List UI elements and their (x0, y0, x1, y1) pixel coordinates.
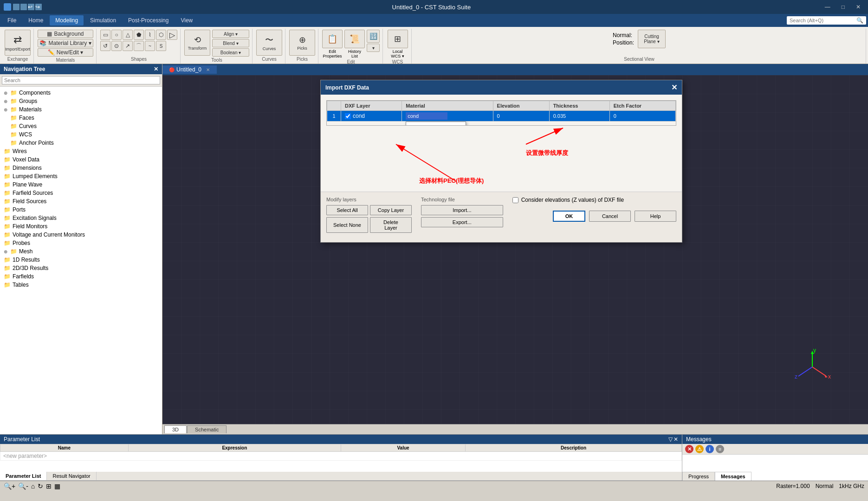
nav-item-voxel[interactable]: 📁 Voxel Data (0, 155, 162, 164)
msg-warning-icon[interactable]: ⚠ (695, 445, 704, 453)
nav-item-mesh[interactable]: ⊕ 📁 Mesh (0, 247, 162, 256)
search-input[interactable] (790, 18, 855, 23)
shape-btn-11[interactable]: ⌒ (134, 41, 144, 51)
export-button[interactable]: Export... (421, 217, 503, 227)
boolean-button[interactable]: Boolean ▾ (212, 48, 249, 57)
tab-3d[interactable]: 3D (164, 425, 187, 433)
nav-item-ports[interactable]: 📁 Ports (0, 206, 162, 214)
search-box[interactable]: 🔍 (787, 16, 866, 25)
nav-item-farfields[interactable]: 📁 Farfields (0, 272, 162, 281)
transform-button[interactable]: ⟲ Transform (184, 30, 210, 56)
save-icon[interactable] (13, 4, 19, 10)
material-dropdown-menu[interactable]: [New Material...] [Load from Mater PEC V… (406, 122, 466, 126)
shape-btn-8[interactable]: ↺ (100, 41, 110, 51)
picks-button[interactable]: ⊕ Picks (289, 30, 315, 56)
nav-item-field-sources[interactable]: 📁 Field Sources (0, 197, 162, 206)
select-all-button[interactable]: Select All (326, 205, 368, 215)
tab-parameter-list[interactable]: Parameter List (0, 472, 47, 480)
msg-info-icon[interactable]: i (706, 445, 714, 453)
align-button[interactable]: Align ▾ (212, 30, 249, 38)
shape-btn-6[interactable]: ⬡ (156, 30, 166, 40)
material-library-button[interactable]: 📚 Material Library ▾ (38, 39, 93, 47)
redo-icon[interactable]: ↪ (35, 4, 42, 10)
background-button[interactable]: ▦ Background (38, 30, 93, 38)
blend-button[interactable]: Blend ▾ (212, 39, 249, 47)
shape-btn-1[interactable]: ▭ (100, 30, 110, 40)
new-param-row[interactable]: <new parameter> (0, 452, 682, 461)
shape-btn-12[interactable]: ~ (145, 41, 155, 51)
row-checkbox-1[interactable] (345, 113, 351, 119)
shape-btn-13[interactable]: S (156, 41, 166, 51)
msg-list-icon[interactable]: ≡ (716, 445, 724, 453)
shape-btn-3[interactable]: △ (123, 30, 133, 40)
import-button[interactable]: Import... (421, 205, 503, 215)
nav-item-dimensions[interactable]: 📁 Dimensions (0, 164, 162, 172)
undo-icon[interactable]: ↩ (28, 4, 34, 10)
delete-layer-button[interactable]: Delete Layer (370, 217, 412, 233)
table-row[interactable]: 1 cond (327, 111, 676, 122)
nav-search-input[interactable] (2, 76, 160, 84)
edit-extra-button[interactable]: ▾ (367, 44, 380, 52)
shape-btn-9[interactable]: ⊙ (111, 41, 122, 51)
nav-item-wcs[interactable]: 📁 WCS (0, 130, 162, 139)
zoom-out-icon[interactable]: 🔍- (18, 482, 28, 490)
grid-icon[interactable]: ▦ (54, 482, 60, 490)
nav-item-anchor-points[interactable]: 📁 Anchor Points (0, 139, 162, 147)
curves-button[interactable]: 〜 Curves (256, 30, 282, 56)
maximize-button[interactable]: □ (838, 4, 849, 10)
nav-item-groups[interactable]: ⊕ 📁 Groups (0, 97, 162, 105)
nav-item-voltage-current[interactable]: 📁 Voltage and Current Monitors (0, 231, 162, 239)
home-icon[interactable]: ⌂ (31, 482, 35, 490)
consider-elevations-checkbox[interactable] (512, 197, 518, 203)
menu-home[interactable]: Home (23, 15, 49, 26)
menu-view[interactable]: View (175, 15, 198, 26)
param-close-button[interactable]: ✕ (674, 436, 678, 443)
edit-properties-button[interactable]: 📋 (322, 30, 343, 48)
calc-button[interactable]: 🔢 (367, 30, 380, 43)
nav-item-components[interactable]: ⊕ 📁 Components (0, 89, 162, 97)
viewport-tab-untitled[interactable]: 🔴 Untitled_0 ✕ (162, 65, 217, 74)
nav-item-curves[interactable]: 📁 Curves (0, 122, 162, 130)
tab-schematic[interactable]: Schematic (187, 425, 227, 433)
nav-item-plane-wave[interactable]: 📁 Plane Wave (0, 180, 162, 189)
cancel-button[interactable]: Cancel (589, 211, 631, 222)
nav-item-faces[interactable]: 📁 Faces (0, 114, 162, 122)
nav-item-probes[interactable]: 📁 Probes (0, 239, 162, 247)
new-edit-button[interactable]: ✏️ New/Edit ▾ (38, 48, 93, 57)
dropdown-new-material[interactable]: [New Material...] (406, 122, 466, 126)
shape-btn-2[interactable]: ○ (111, 30, 122, 40)
material-dropdown[interactable]: cond (406, 112, 447, 120)
menu-file[interactable]: File (2, 15, 22, 26)
window-controls[interactable]: — □ ✕ (821, 4, 864, 10)
rotate-icon[interactable]: ↻ (38, 482, 43, 490)
nav-tree-close[interactable]: ✕ (154, 66, 158, 72)
tab-progress[interactable]: Progress (682, 472, 715, 481)
param-filter-button[interactable]: ▽ (668, 436, 673, 443)
tab-result-navigator[interactable]: Result Navigator (47, 472, 96, 480)
nav-item-wires[interactable]: 📁 Wires (0, 147, 162, 155)
fit-icon[interactable]: ⊞ (46, 482, 52, 490)
nav-item-2d3d-results[interactable]: 📁 2D/3D Results (0, 264, 162, 272)
viewport-tab-close[interactable]: ✕ (206, 67, 210, 72)
nav-item-tables[interactable]: 📁 Tables (0, 281, 162, 289)
shape-btn-4[interactable]: ⬟ (134, 30, 144, 40)
nav-item-field-monitors[interactable]: 📁 Field Monitors (0, 222, 162, 231)
menu-post-processing[interactable]: Post-Processing (123, 15, 174, 26)
cutting-plane-button[interactable]: CuttingPlane ▾ (638, 30, 666, 48)
tab-messages[interactable]: Messages (715, 472, 751, 481)
import-export-button[interactable]: ⇄ Import/Export (5, 30, 31, 56)
shape-btn-7[interactable]: ▷ (167, 30, 177, 40)
consider-elevations-label[interactable]: Consider elevations (Z values) of DXF fi… (512, 197, 676, 203)
copy-layer-button[interactable]: Copy Layer (370, 205, 412, 215)
shape-btn-10[interactable]: ↗ (123, 41, 133, 51)
close-button[interactable]: ✕ (852, 4, 864, 10)
new-param-placeholder[interactable]: <new parameter> (0, 452, 682, 461)
shape-btn-5[interactable]: ⌇ (145, 30, 155, 40)
dxf-table-scroll[interactable]: DXF Layer Material Elevation Thickness E… (326, 100, 676, 126)
nav-item-farfield-sources[interactable]: 📁 Farfield Sources (0, 189, 162, 197)
material-dropdown-container[interactable]: cond [New Material...] [Load from Mater … (406, 112, 447, 120)
open-icon[interactable] (20, 4, 27, 10)
nav-item-excitation[interactable]: 📁 Excitation Signals (0, 214, 162, 222)
dialog-close-button[interactable]: ✕ (671, 83, 677, 92)
help-button[interactable]: Help (635, 211, 676, 222)
